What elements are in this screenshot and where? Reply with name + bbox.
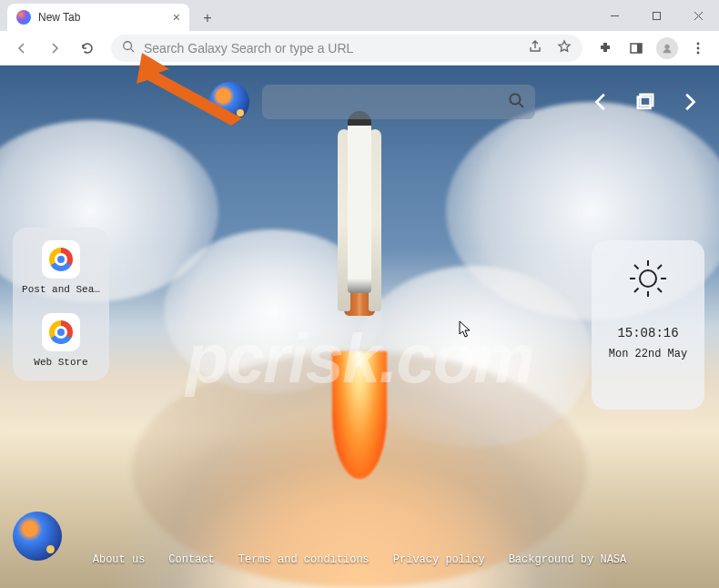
svg-line-21 <box>634 265 639 269</box>
newtab-search-box[interactable] <box>262 85 535 119</box>
tab-new-tab[interactable]: New Tab × <box>7 4 189 31</box>
sun-icon <box>626 257 670 300</box>
shortcuts-panel: Post and Sea… Web Store <box>13 228 109 380</box>
svg-line-22 <box>658 289 663 293</box>
tab-close-button[interactable]: × <box>173 10 180 25</box>
shuttle-illustration <box>332 111 387 366</box>
profile-avatar-icon <box>656 37 678 59</box>
share-icon[interactable] <box>528 39 542 57</box>
footer-contact-link[interactable]: Contact <box>168 553 214 566</box>
footer-privacy-link[interactable]: Privacy policy <box>393 553 485 566</box>
weather-widget[interactable]: 15:08:16 Mon 22nd May <box>592 240 704 410</box>
favicon-galaxy-icon <box>16 10 31 25</box>
shortcut-item[interactable]: Web Store <box>20 313 102 368</box>
footer-credit: Background by NASA <box>509 553 627 566</box>
side-panel-icon[interactable] <box>623 35 650 62</box>
minimize-button[interactable] <box>593 0 635 31</box>
new-tab-page: pcrisk.com Post and Sea… <box>0 66 719 588</box>
svg-point-10 <box>697 46 700 49</box>
svg-point-12 <box>510 94 520 104</box>
svg-point-4 <box>124 41 132 49</box>
svg-point-16 <box>640 270 656 287</box>
browser-toolbar <box>0 31 719 66</box>
shortcut-item[interactable]: Post and Sea… <box>20 240 102 295</box>
newtab-header <box>0 82 719 122</box>
window-controls <box>593 0 719 31</box>
svg-line-23 <box>658 265 663 269</box>
prev-background-button[interactable] <box>586 86 617 117</box>
omnibox-input[interactable] <box>144 41 519 56</box>
tab-title: New Tab <box>38 11 80 24</box>
newtab-nav-buttons <box>586 86 704 117</box>
new-tab-button[interactable]: + <box>195 5 220 31</box>
profile-button[interactable] <box>653 35 681 62</box>
footer-links: About us Contact Terms and conditions Pr… <box>0 553 719 566</box>
gallery-icon[interactable] <box>630 86 661 117</box>
svg-point-8 <box>664 44 669 48</box>
svg-line-24 <box>634 289 639 293</box>
maximize-button[interactable] <box>635 0 677 31</box>
svg-point-9 <box>697 42 700 45</box>
bookmark-star-icon[interactable] <box>557 39 572 57</box>
chrome-icon <box>42 313 80 351</box>
svg-rect-7 <box>637 44 642 53</box>
shortcut-label: Post and Sea… <box>22 284 100 295</box>
svg-rect-1 <box>653 12 660 19</box>
svg-line-13 <box>519 103 523 107</box>
shortcut-label: Web Store <box>34 357 87 368</box>
extensions-icon[interactable] <box>592 35 619 62</box>
back-button[interactable] <box>7 34 36 63</box>
footer-about-link[interactable]: About us <box>93 553 146 566</box>
close-window-button[interactable] <box>677 0 719 31</box>
chrome-icon <box>42 240 80 279</box>
forward-button[interactable] <box>40 34 69 63</box>
search-icon <box>122 40 135 56</box>
next-background-button[interactable] <box>673 86 704 117</box>
footer-terms-link[interactable]: Terms and conditions <box>238 553 370 566</box>
galaxy-logo-icon[interactable] <box>209 82 249 122</box>
svg-line-5 <box>131 48 135 52</box>
reload-button[interactable] <box>73 34 102 63</box>
omnibox[interactable] <box>111 35 582 62</box>
menu-button[interactable] <box>684 35 712 62</box>
svg-point-11 <box>697 51 700 54</box>
clock-date: Mon 22nd May <box>609 348 687 360</box>
clock-time: 15:08:16 <box>617 326 678 340</box>
search-icon <box>508 92 524 112</box>
